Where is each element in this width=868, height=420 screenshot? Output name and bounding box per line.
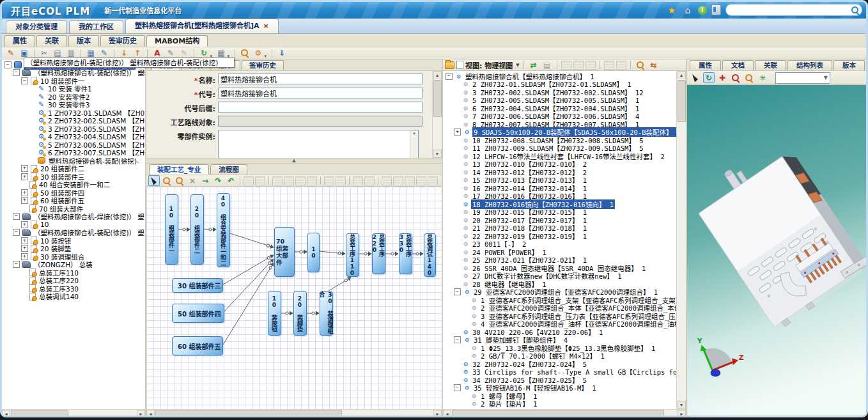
scroll-left-icon[interactable]: ◂ bbox=[146, 410, 155, 417]
info-icon[interactable]: i bbox=[698, 6, 707, 15]
expand-icon[interactable]: + bbox=[21, 253, 28, 260]
collapse-icon[interactable]: − bbox=[454, 288, 461, 295]
flow-node-b20[interactable]: 20 装脚垫 bbox=[293, 291, 307, 336]
align-tool-icon[interactable] bbox=[428, 176, 438, 185]
flow-node-z50[interactable]: 50 组装部件四 bbox=[172, 304, 224, 323]
home-icon[interactable]: ⌂ bbox=[682, 4, 694, 16]
cut-icon[interactable]: ✂ bbox=[38, 48, 50, 59]
flow-node-b10[interactable]: 10 装按钮 bbox=[268, 291, 281, 336]
flow-node-z30[interactable]: 30 组装部件三 bbox=[172, 278, 223, 293]
view-selector[interactable]: 视图: 物理视图 bbox=[465, 60, 513, 70]
copy-icon[interactable]: ▤ bbox=[52, 48, 63, 59]
select-cursor-icon[interactable] bbox=[690, 72, 701, 83]
font-icon[interactable]: A bbox=[151, 48, 163, 59]
refresh-icon[interactable]: ↻▾ bbox=[198, 48, 210, 59]
零部件实例-field[interactable]: ▴▾ bbox=[218, 130, 419, 158]
scroll-down-icon[interactable]: ▾ bbox=[433, 150, 442, 158]
rotate-icon[interactable]: ↻ bbox=[703, 72, 715, 83]
tab-版本[interactable]: 版本 bbox=[68, 35, 99, 47]
tab-MABOM结构[interactable]: MABOM结构 bbox=[146, 35, 208, 47]
expand-icon[interactable]: + bbox=[21, 221, 28, 228]
scroll-thumb[interactable] bbox=[452, 410, 664, 417]
structure-vscrollbar[interactable]: ▴ ▾ bbox=[676, 71, 686, 409]
代号-field[interactable] bbox=[218, 88, 422, 98]
flow-node-a140[interactable]: 总装调试140 bbox=[424, 233, 436, 277]
tab-装配工艺_专业[interactable]: 装配工艺_专业 bbox=[149, 164, 209, 175]
align-tool-icon[interactable] bbox=[244, 176, 254, 185]
flow-node-a330[interactable]: 总装工序330 bbox=[399, 233, 412, 274]
align-tool-icon[interactable] bbox=[393, 176, 403, 185]
scroll-thumb[interactable] bbox=[155, 410, 342, 417]
lock-edit-icon[interactable]: ✎ bbox=[165, 48, 176, 59]
tree-item[interactable]: 总装调试140 bbox=[3, 293, 145, 301]
collapse-icon[interactable]: − bbox=[13, 69, 20, 76]
window-tool-icon[interactable] bbox=[561, 61, 571, 70]
report-icon[interactable]: ✎ bbox=[98, 48, 110, 59]
flow-node-a220[interactable]: 总装工序220 bbox=[372, 233, 385, 274]
align-tool-icon[interactable] bbox=[272, 176, 283, 185]
search-icon[interactable] bbox=[851, 6, 859, 14]
tab-签审历史[interactable]: 签审历史 bbox=[242, 60, 284, 70]
scroll-down-icon[interactable]: ▾ bbox=[678, 401, 686, 409]
config-select[interactable]: ▼ bbox=[775, 72, 830, 84]
link-curve-down-icon[interactable]: ↶ bbox=[225, 175, 236, 186]
copy-icon[interactable]: ▤ bbox=[541, 59, 553, 70]
expand-icon[interactable]: + bbox=[454, 128, 461, 136]
tab-我的工作区[interactable]: 我的工作区 bbox=[69, 20, 123, 33]
tab-签审历史[interactable]: 签审历史 bbox=[100, 35, 145, 47]
zoom-window-icon[interactable] bbox=[743, 72, 755, 83]
process-tree-hscrollbar[interactable]: ◂ ▸ bbox=[2, 409, 145, 417]
expand-icon[interactable]: + bbox=[21, 237, 28, 244]
open-folder-icon[interactable] bbox=[445, 61, 454, 69]
collapse-icon[interactable]: − bbox=[446, 73, 453, 80]
align-tool-icon[interactable] bbox=[353, 176, 363, 185]
scroll-right-icon[interactable]: ▸ bbox=[678, 410, 686, 417]
zoom-in-icon[interactable] bbox=[161, 175, 173, 186]
structure-compare-icon[interactable]: ▦ bbox=[85, 48, 97, 59]
window-tool-icon[interactable] bbox=[585, 61, 596, 70]
pointer-icon[interactable] bbox=[148, 175, 160, 186]
scroll-up-icon[interactable]: ▴ bbox=[678, 71, 686, 79]
window-tool-icon[interactable] bbox=[573, 61, 584, 70]
sync-icon[interactable]: ⇆ bbox=[648, 59, 660, 70]
代号后缀-field[interactable] bbox=[218, 102, 422, 113]
new-page-icon[interactable] bbox=[456, 61, 463, 69]
align-tool-icon[interactable] bbox=[405, 176, 415, 185]
expand-icon[interactable]: + bbox=[21, 197, 28, 204]
search-doc-icon[interactable] bbox=[635, 59, 646, 70]
tab-流程图[interactable]: 流程图 bbox=[210, 164, 247, 175]
expand-icon[interactable]: + bbox=[21, 245, 28, 252]
scroll-thumb[interactable] bbox=[678, 80, 686, 122]
zoom-out-icon[interactable] bbox=[174, 175, 185, 186]
window-tool-icon[interactable] bbox=[604, 61, 614, 70]
scroll-left-icon[interactable]: ◂ bbox=[2, 410, 10, 417]
flow-hscrollbar[interactable]: ◂ ▸ bbox=[146, 409, 442, 417]
flow-node-z60[interactable]: 60 组装部件五 bbox=[172, 336, 223, 355]
edit-icon[interactable]: ✎ bbox=[5, 48, 17, 59]
search-icon[interactable] bbox=[239, 48, 251, 59]
collapse-icon[interactable]: − bbox=[13, 261, 20, 268]
align-tool-icon[interactable] bbox=[295, 176, 306, 185]
settings-icon[interactable]: ⚙▾ bbox=[252, 48, 264, 59]
名称-field[interactable] bbox=[218, 74, 422, 84]
flow-node-z70[interactable]: 70 组装大部件 bbox=[274, 227, 295, 277]
flow-node-p10[interactable]: 10 bbox=[307, 233, 320, 272]
unlock-edit-icon[interactable]: ✎ bbox=[178, 48, 190, 59]
flow-node-z40[interactable]: 40 组合安装部件一和二 bbox=[217, 193, 230, 267]
save-icon[interactable]: ▣ bbox=[19, 48, 30, 59]
scroll-right-icon[interactable]: ▸ bbox=[433, 410, 442, 417]
collapse-icon[interactable]: − bbox=[454, 336, 461, 343]
tab-关联[interactable]: 关联 bbox=[755, 60, 786, 70]
tab-属性[interactable]: 属性 bbox=[690, 60, 721, 70]
tab-结构列表[interactable]: 结构列表 bbox=[787, 60, 832, 70]
tab-版本[interactable]: 版本 bbox=[833, 60, 865, 70]
structure-hscrollbar[interactable]: ◂ ▸ bbox=[443, 409, 686, 417]
collapse-icon[interactable]: − bbox=[13, 229, 20, 236]
delete-icon[interactable]: × bbox=[187, 175, 198, 186]
scroll-left-icon[interactable]: ◂ bbox=[443, 410, 451, 417]
align-tool-icon[interactable] bbox=[382, 176, 392, 185]
exit-icon[interactable] bbox=[711, 4, 721, 15]
tab-属性[interactable]: 属性 bbox=[4, 35, 35, 47]
scroll-right-icon[interactable]: ▸ bbox=[137, 410, 145, 417]
expand-icon[interactable]: + bbox=[21, 165, 28, 172]
